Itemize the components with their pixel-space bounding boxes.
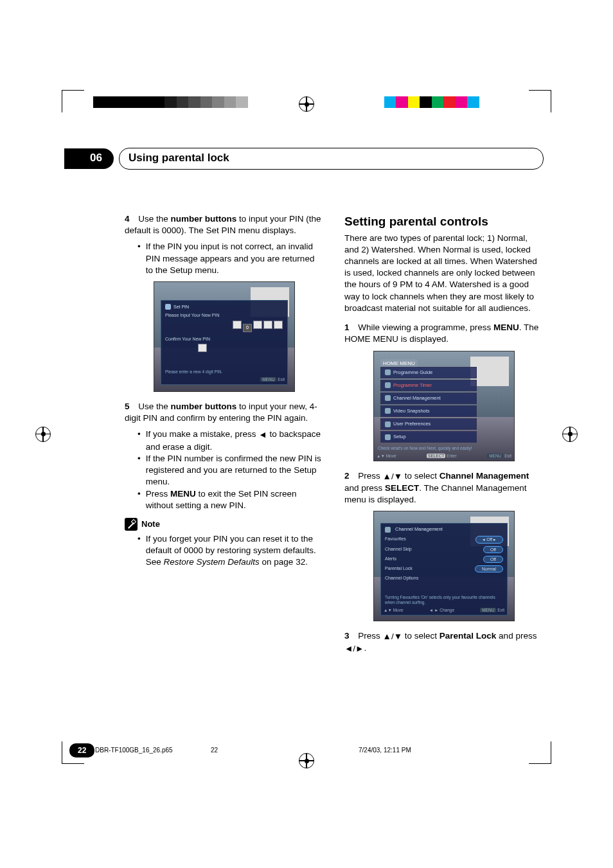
text: Press bbox=[358, 471, 382, 481]
text: Use the bbox=[138, 214, 170, 224]
ui-menu-item: Video Snapshots bbox=[380, 405, 477, 417]
bullet: •If you forget your PIN you can reset it… bbox=[138, 533, 324, 569]
ui-menu-item: User Preferences bbox=[380, 418, 477, 430]
swatch bbox=[224, 96, 236, 108]
left-arrow-icon: ◄ bbox=[258, 429, 267, 441]
ui-title: Set PIN bbox=[173, 304, 189, 310]
swatch bbox=[105, 96, 118, 108]
bullet: •If you make a mistake, press ◄ to backs… bbox=[138, 429, 324, 452]
text: If the PIN you input is not correct, an … bbox=[146, 241, 324, 276]
step-1: 1 While viewing a programme, press MENU.… bbox=[344, 322, 544, 345]
screenshot-home-menu: HOME MENU DIGITAL TERRESTRIAL RECEIVER P… bbox=[373, 351, 515, 461]
bullet: •Press MENU to exit the Set PIN screen w… bbox=[138, 488, 324, 511]
text: to select bbox=[402, 631, 440, 641]
registration-mark bbox=[562, 427, 578, 442]
page-number: 22 bbox=[69, 743, 94, 757]
left-column: 4 Use the number buttons to input your P… bbox=[69, 213, 324, 660]
text: and press bbox=[496, 631, 537, 641]
ui-title: Channel Management bbox=[395, 526, 443, 533]
footer-metadata: DBR-TF100GB_16_26.p65 22 7/24/03, 12:11 … bbox=[95, 746, 518, 755]
ui-setting-row: AlertsOff bbox=[385, 554, 503, 564]
footer-date: 7/24/03, 12:11 PM bbox=[359, 746, 518, 755]
footer-filename: DBR-TF100GB_16_26.p65 bbox=[95, 746, 211, 755]
swatch bbox=[177, 96, 189, 108]
note-header: Note bbox=[125, 518, 324, 531]
text: If you make a mistake, press bbox=[146, 429, 259, 439]
text: . bbox=[364, 643, 366, 653]
swatch bbox=[479, 96, 492, 108]
swatch bbox=[200, 96, 213, 108]
crop-mark bbox=[529, 741, 551, 764]
ui-menu-item: Channel Management bbox=[380, 393, 477, 404]
color-swatches-left bbox=[93, 96, 260, 108]
swatch bbox=[236, 96, 248, 108]
swatch bbox=[456, 96, 468, 108]
text-bold: number buttons bbox=[171, 214, 237, 224]
chapter-header: 06 Using parental lock bbox=[69, 148, 544, 170]
registration-mark bbox=[35, 427, 51, 442]
chapter-number: 06 bbox=[64, 148, 114, 169]
ui-setting-row: Favourites◂ Off ▸ bbox=[385, 535, 503, 544]
up-down-arrow-icon: ▲/▼ bbox=[383, 471, 402, 483]
text: on page 32. bbox=[260, 557, 308, 567]
swatch bbox=[129, 96, 141, 108]
text-bold: number buttons bbox=[171, 402, 237, 411]
ui-label: Please Input Your New PIN bbox=[165, 312, 283, 318]
right-column: Setting parental controls There are two … bbox=[344, 213, 544, 660]
note-label: Note bbox=[141, 518, 160, 530]
note-icon bbox=[125, 518, 138, 531]
swatch bbox=[467, 96, 479, 108]
swatch bbox=[188, 96, 200, 108]
bullet: •If the PIN number is confirmed the new … bbox=[138, 453, 324, 488]
text: Press bbox=[358, 631, 382, 641]
left-right-arrow-icon: ◄/► bbox=[344, 643, 364, 655]
swatch bbox=[248, 96, 260, 108]
swatch bbox=[432, 96, 444, 108]
swatch bbox=[93, 96, 105, 108]
text-bold: Channel Manage­ment bbox=[440, 471, 529, 481]
text-bold: Parental Lock bbox=[440, 631, 497, 641]
step-3: 3 Press ▲/▼ to select Parental Lock and … bbox=[344, 630, 544, 655]
text: If the PIN number is confirmed the new P… bbox=[146, 453, 324, 488]
section-heading: Setting parental controls bbox=[344, 213, 544, 230]
bullet: •If the PIN you input is not correct, an… bbox=[138, 241, 324, 276]
text-italic: Restore System Defaults bbox=[164, 557, 260, 567]
text: Use the bbox=[138, 402, 170, 411]
ui-setting-row: Channel Options bbox=[385, 574, 503, 582]
page-content: 06 Using parental lock 4 Use the number … bbox=[69, 148, 544, 727]
ui-setting-row: Channel SkipOff bbox=[385, 545, 503, 554]
swatch bbox=[408, 96, 420, 108]
crop-mark bbox=[529, 90, 551, 112]
step-4: 4 Use the number buttons to input your P… bbox=[125, 213, 324, 236]
color-swatches-right bbox=[384, 96, 492, 108]
swatch bbox=[141, 96, 153, 108]
step-number: 1 bbox=[344, 323, 350, 332]
footer-page: 22 bbox=[211, 746, 359, 755]
text-bold: MENU bbox=[493, 323, 519, 332]
registration-mark bbox=[299, 753, 314, 768]
swatch bbox=[212, 96, 224, 108]
step-number: 2 bbox=[344, 471, 350, 481]
ui-hint: Check what's on Now and Next, quickly an… bbox=[378, 446, 510, 452]
crop-mark bbox=[62, 90, 84, 112]
intro-text: There are two types of parental lock; 1)… bbox=[344, 233, 544, 315]
ui-label: Confirm Your New PIN bbox=[165, 336, 283, 342]
up-down-arrow-icon: ▲/▼ bbox=[383, 631, 402, 642]
ui-menu-item: Programme Guide bbox=[380, 367, 477, 378]
step-number: 5 bbox=[125, 402, 130, 411]
swatch bbox=[164, 96, 177, 108]
swatch bbox=[396, 96, 408, 108]
screenshot-set-pin: Set PIN Please Input Your New PIN 0 Conf… bbox=[154, 281, 295, 392]
swatch bbox=[384, 96, 396, 108]
swatch bbox=[443, 96, 456, 108]
registration-mark bbox=[299, 96, 314, 112]
step-number: 4 bbox=[125, 214, 130, 224]
swatch bbox=[420, 96, 432, 108]
swatch bbox=[153, 96, 165, 108]
ui-menu-item: Programme Timer bbox=[380, 380, 477, 391]
ui-setting-row: Parental LockNormal bbox=[385, 564, 503, 574]
step-5: 5 Use the number buttons to input your n… bbox=[125, 401, 324, 424]
ui-hint: Turning Favourites 'On' selects only you… bbox=[385, 595, 503, 607]
swatch bbox=[117, 96, 129, 108]
text-bold: MENU bbox=[170, 489, 196, 499]
